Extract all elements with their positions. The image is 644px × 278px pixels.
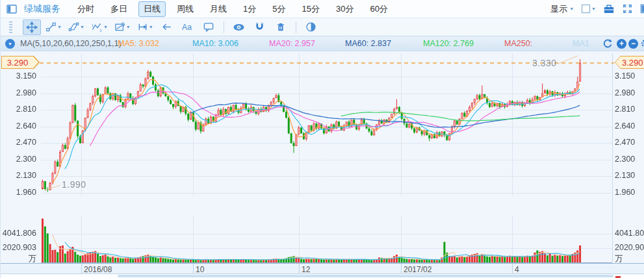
price-tick-left: 2.640: [1, 121, 36, 131]
time-tick-label: 12: [302, 265, 310, 274]
price-tick-left: 2.130: [1, 171, 36, 180]
price-tick-left: 2.810: [1, 105, 36, 114]
chart-canvas[interactable]: [1, 0, 644, 278]
current-price-tag-right: 3.290: [621, 56, 644, 69]
stock-chart-window: 绿城服务 分时多日日线周线月线1分5分15分30分60分 显示 ▼ ▼ ▼▼13…: [0, 0, 644, 278]
volume-tick-left: 2020.903: [1, 243, 36, 252]
time-tick-label: 4: [515, 265, 519, 274]
time-tick: [193, 264, 194, 273]
price-tick-left: 2.300: [1, 155, 36, 164]
volume-unit-left: 万: [1, 253, 36, 264]
volume-unit-right: 万: [615, 253, 623, 264]
time-tick: [299, 264, 300, 273]
price-tick-right: 2.300: [615, 155, 635, 164]
time-tick-label: 2017/02: [404, 265, 431, 274]
price-tick-left: 3.150: [1, 71, 36, 81]
price-tick-left: 1.960: [1, 188, 36, 197]
volume-tick-right: 4041.806: [615, 229, 644, 238]
time-tick: [81, 264, 82, 273]
price-tick-left: 2.470: [1, 138, 36, 147]
time-tick: [401, 264, 402, 273]
time-tick: [512, 264, 513, 273]
price-tick-right: 1.960: [615, 188, 635, 197]
price-tick-right: 2.980: [615, 88, 635, 97]
price-tick-right: 2.470: [615, 138, 635, 147]
high-price-annotation: 3.330: [532, 58, 557, 68]
price-tick-left: 2.980: [1, 88, 36, 97]
current-price-tag-left: 3.290: [1, 56, 34, 69]
price-tick-right: 3.150: [615, 71, 635, 81]
volume-tick-right: 2020.903: [615, 243, 644, 252]
price-tick-right: 2.810: [615, 105, 635, 114]
time-axis: 2016/0810122017/024: [1, 263, 644, 274]
time-tick-label: 10: [196, 265, 204, 274]
bottom-scrollbar: [1, 274, 644, 278]
low-price-annotation: 1.990: [62, 179, 86, 190]
price-tick-right: 2.130: [615, 171, 635, 180]
time-tick-label: 2016/08: [84, 265, 112, 274]
scrollbar-thumb[interactable]: [118, 275, 613, 277]
volume-tick-left: 4041.806: [1, 229, 36, 238]
price-tick-right: 2.640: [615, 121, 635, 131]
